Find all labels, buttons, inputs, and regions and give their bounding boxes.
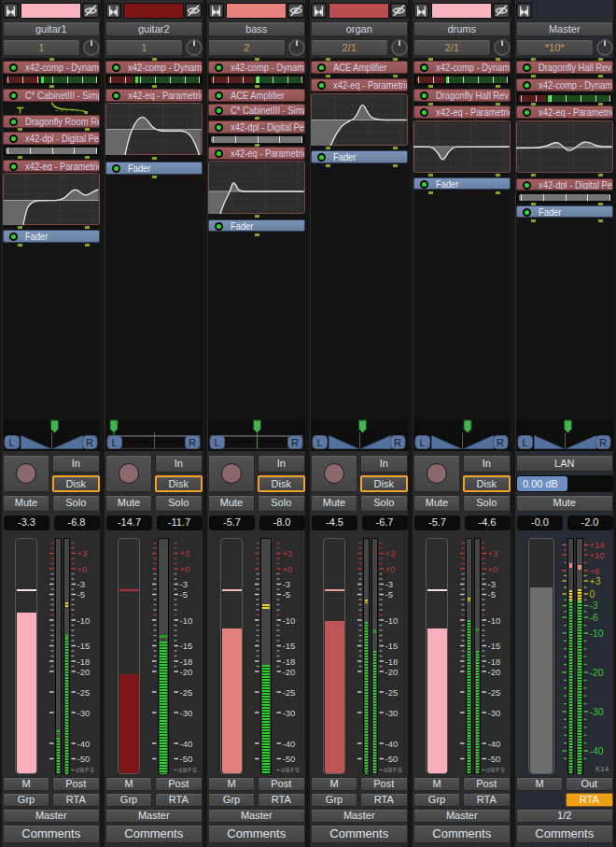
svg-text:+3: +3 (77, 548, 88, 558)
svg-text:L: L (111, 437, 117, 448)
svg-text:-5: -5 (180, 589, 188, 600)
svg-text:-40: -40 (590, 745, 604, 756)
svg-text:-50: -50 (283, 754, 296, 764)
svg-text:+0: +0 (488, 564, 498, 574)
svg-text:-40: -40 (488, 739, 501, 749)
svg-text:R: R (599, 437, 607, 448)
svg-text:-5: -5 (283, 589, 290, 600)
svg-text:dBFS: dBFS (76, 767, 95, 773)
svg-text:-18: -18 (385, 656, 399, 667)
svg-text:-20: -20 (590, 667, 604, 678)
svg-text:L: L (8, 437, 14, 448)
svg-text:-10: -10 (283, 615, 296, 626)
svg-text:+0: +0 (385, 564, 396, 574)
svg-text:-25: -25 (180, 687, 193, 698)
svg-text:-20: -20 (180, 667, 193, 677)
svg-text:-25: -25 (385, 687, 399, 698)
svg-text:dBFS: dBFS (486, 767, 506, 773)
svg-text:+10: +10 (590, 550, 605, 560)
svg-text:-15: -15 (488, 641, 501, 651)
svg-text:-18: -18 (283, 656, 296, 667)
svg-text:-30: -30 (283, 708, 296, 718)
svg-text:+3: +3 (283, 548, 293, 558)
svg-text:0: 0 (590, 588, 595, 600)
svg-text:-5: -5 (488, 589, 496, 600)
svg-text:-3: -3 (283, 579, 290, 589)
svg-text:-3: -3 (590, 600, 598, 611)
svg-text:+3: +3 (590, 575, 601, 586)
svg-text:-50: -50 (488, 754, 501, 764)
svg-text:-3: -3 (488, 579, 496, 589)
svg-text:-15: -15 (385, 641, 399, 651)
svg-text:R: R (497, 437, 504, 448)
svg-text:K14: K14 (595, 765, 609, 773)
svg-text:-30: -30 (385, 708, 399, 718)
svg-text:-30: -30 (488, 708, 501, 718)
svg-text:-18: -18 (488, 656, 501, 667)
svg-text:-20: -20 (488, 667, 501, 677)
svg-text:-40: -40 (77, 739, 91, 749)
svg-text:-6: -6 (590, 612, 598, 623)
svg-text:-40: -40 (180, 739, 193, 749)
svg-text:-15: -15 (77, 641, 91, 651)
svg-text:+3: +3 (180, 548, 190, 558)
svg-text:+0: +0 (180, 564, 190, 574)
svg-text:R: R (86, 437, 93, 448)
svg-text:R: R (394, 437, 401, 448)
svg-text:-5: -5 (385, 589, 393, 600)
svg-text:-10: -10 (180, 615, 193, 626)
svg-text:-18: -18 (180, 656, 193, 667)
svg-text:+0: +0 (283, 564, 293, 574)
svg-text:-40: -40 (283, 739, 296, 749)
svg-text:-50: -50 (385, 754, 399, 764)
svg-text:+0: +0 (77, 564, 88, 574)
svg-text:+14: +14 (590, 540, 605, 550)
svg-text:L: L (214, 437, 219, 448)
svg-text:-18: -18 (77, 656, 91, 667)
svg-text:-30: -30 (590, 706, 604, 717)
svg-text:-20: -20 (385, 667, 399, 677)
svg-text:R: R (291, 437, 299, 448)
svg-text:+3: +3 (488, 548, 498, 558)
svg-text:-3: -3 (180, 579, 188, 589)
svg-text:-20: -20 (283, 667, 296, 677)
svg-text:-10: -10 (77, 615, 91, 626)
svg-text:L: L (316, 437, 322, 448)
svg-text:L: L (419, 437, 425, 448)
svg-text:-10: -10 (385, 615, 399, 626)
svg-text:R: R (189, 437, 196, 448)
svg-text:-10: -10 (590, 628, 604, 639)
svg-text:-15: -15 (283, 641, 296, 651)
svg-text:-3: -3 (385, 579, 393, 589)
svg-text:-15: -15 (180, 641, 193, 651)
svg-text:-40: -40 (385, 739, 399, 749)
svg-text:dBFS: dBFS (384, 767, 403, 773)
svg-text:-50: -50 (77, 754, 91, 764)
svg-text:-25: -25 (488, 687, 501, 698)
svg-text:+3: +3 (385, 548, 396, 558)
svg-text:-10: -10 (488, 615, 501, 626)
svg-text:-30: -30 (180, 708, 193, 718)
svg-text:L: L (522, 437, 527, 448)
svg-text:dBFS: dBFS (178, 767, 198, 773)
svg-text:-5: -5 (77, 589, 85, 600)
svg-text:-25: -25 (283, 687, 296, 698)
svg-text:-25: -25 (77, 687, 91, 698)
svg-text:-3: -3 (77, 579, 85, 589)
svg-text:-50: -50 (180, 754, 193, 764)
svg-text:-30: -30 (77, 708, 91, 718)
svg-text:-20: -20 (77, 667, 91, 677)
svg-text:dBFS: dBFS (281, 767, 301, 773)
